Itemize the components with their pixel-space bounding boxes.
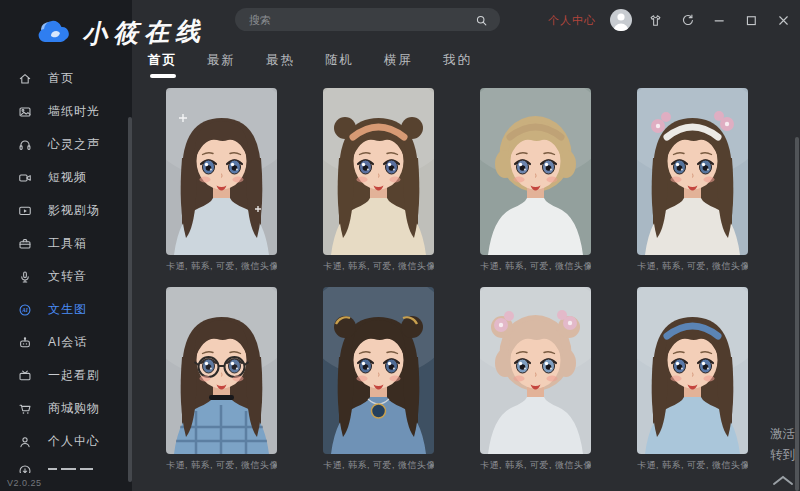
avatar-card-7[interactable]: 卡通, 韩系, 可爱, 微信头像, 头像 [637,287,748,472]
main-content: 个人中心 首页最新 [132,0,800,491]
home-icon [18,72,32,86]
cart-icon [18,402,32,416]
minimize-icon[interactable] [710,11,728,29]
sidebar-menu: 首页墙纸时光心灵之声短视频影视剧场工具箱文转音AI文生图AI会话一起看剧商城购物… [0,62,132,458]
sidebar-item-label: 工具箱 [48,235,87,252]
avatar-card-tags: 卡通, 韩系, 可爱, 微信头像, 头像 [637,260,748,273]
sidebar-item-6[interactable]: 文转音 [0,260,132,293]
sidebar: 首页墙纸时光心灵之声短视频影视剧场工具箱文转音AI文生图AI会话一起看剧商城购物… [0,0,132,491]
avatar-card-tags: 卡通, 韩系, 可爱, 微信头像, 头像 [480,459,591,472]
avatar-card-0[interactable]: 卡通, 韩系, 可爱, 微信头像, 头像 [166,88,277,273]
avatar-image[interactable] [480,88,591,255]
sidebar-item-1[interactable]: 墙纸时光 [0,95,132,128]
robot-icon [18,336,32,350]
avatar-image[interactable] [166,287,277,454]
sidebar-item-label: 影视剧场 [48,202,100,219]
sidebar-item-clipped[interactable] [0,464,132,473]
clipped-icon [18,464,32,473]
content-scrollbar[interactable] [795,137,799,491]
search-box[interactable] [235,8,500,31]
avatar-image[interactable] [166,88,277,255]
sidebar-item-2[interactable]: 心灵之声 [0,128,132,161]
wallpaper-icon [18,105,32,119]
avatar-card-tags: 卡通, 韩系, 可爱, 微信头像, 头像 [637,459,748,472]
avatar-image[interactable] [637,88,748,255]
user-icon [18,435,32,449]
sidebar-item-label: 心灵之声 [48,136,100,153]
avatar[interactable] [610,9,632,31]
avatar-card-tags: 卡通, 韩系, 可爱, 微信头像, 头像 [166,459,277,472]
app-version: V2.0.25 [7,478,42,488]
text-to-image-icon: AI [18,303,32,317]
sidebar-item-label: 文转音 [48,268,87,285]
sidebar-item-8[interactable]: AI会话 [0,326,132,359]
avatar-card-4[interactable]: 卡通, 韩系, 可爱, 微信头像, 头像 [166,287,277,472]
refresh-icon[interactable] [678,11,696,29]
app-logo: 小筱在线 [38,16,258,49]
sidebar-item-label: 首页 [48,70,74,87]
tab-3[interactable]: 随机 [325,52,354,71]
skin-theme-icon[interactable] [646,11,664,29]
sidebar-item-label: 商城购物 [48,400,100,417]
search-input[interactable] [235,14,475,26]
sidebar-item-label: 文生图 [48,301,87,318]
tab-2[interactable]: 最热 [266,52,295,71]
svg-text:AI: AI [21,306,29,312]
app-window: 首页墙纸时光心灵之声短视频影视剧场工具箱文转音AI文生图AI会话一起看剧商城购物… [0,0,800,491]
avatar-card-tags: 卡通, 韩系, 可爱, 微信头像, 头像 [323,260,434,273]
tab-5[interactable]: 我的 [443,52,472,71]
sidebar-item-3[interactable]: 短视频 [0,161,132,194]
sidebar-item-11[interactable]: 个人中心 [0,425,132,458]
video-camera-icon [18,171,32,185]
back-to-top-button[interactable] [772,473,794,487]
sidebar-item-5[interactable]: 工具箱 [0,227,132,260]
microphone-icon [18,270,32,284]
avatar-card-6[interactable]: 卡通, 韩系, 可爱, 微信头像, 头像 [480,287,591,472]
sidebar-item-4[interactable]: 影视剧场 [0,194,132,227]
user-center-link[interactable]: 个人中心 [548,13,596,28]
headphones-icon [18,138,32,152]
sidebar-item-label: 个人中心 [48,433,100,450]
close-icon[interactable] [774,11,792,29]
avatar-image[interactable] [480,287,591,454]
search-icon [475,13,488,26]
tab-4[interactable]: 横屏 [384,52,413,71]
sidebar-item-label: 一起看剧 [48,367,100,384]
avatar-card-3[interactable]: 卡通, 韩系, 可爱, 微信头像, 头像 [637,88,748,273]
avatar-card-tags: 卡通, 韩系, 可爱, 微信头像, 头像 [480,260,591,273]
avatar-card-5[interactable]: 卡通, 韩系, 可爱, 微信头像, 头像 [323,287,434,472]
avatar-image[interactable] [323,287,434,454]
cloud-logo-icon [38,20,72,46]
sidebar-item-0[interactable]: 首页 [0,62,132,95]
sidebar-item-9[interactable]: 一起看剧 [0,359,132,392]
tab-bar: 首页最新最热随机横屏我的 [132,47,800,75]
toolbox-icon [18,237,32,251]
app-title: 小筱在线 [82,14,207,50]
sidebar-item-label-clipped [48,468,93,470]
sidebar-item-10[interactable]: 商城购物 [0,392,132,425]
sidebar-item-7[interactable]: AI文生图 [0,293,132,326]
avatar-card-tags: 卡通, 韩系, 可爱, 微信头像, 头像 [166,260,277,273]
sidebar-item-label: 短视频 [48,169,87,186]
tab-0[interactable]: 首页 [148,52,177,71]
sidebar-item-label: 墙纸时光 [48,103,100,120]
sidebar-item-label: AI会话 [48,334,87,351]
avatar-image[interactable] [637,287,748,454]
avatar-card-2[interactable]: 卡通, 韩系, 可爱, 微信头像, 头像 [480,88,591,273]
avatar-card-1[interactable]: 卡通, 韩系, 可爱, 微信头像, 头像 [323,88,434,273]
tv-icon [18,369,32,383]
avatar-image[interactable] [323,88,434,255]
maximize-icon[interactable] [742,11,760,29]
card-grid: 卡通, 韩系, 可爱, 微信头像, 头像卡通, 韩系, 可爱, 微信头像, 头像… [166,88,800,472]
titlebar-controls: 个人中心 [548,0,792,40]
avatar-card-tags: 卡通, 韩系, 可爱, 微信头像, 头像 [323,459,434,472]
theater-play-icon [18,204,32,218]
tab-1[interactable]: 最新 [207,52,236,71]
